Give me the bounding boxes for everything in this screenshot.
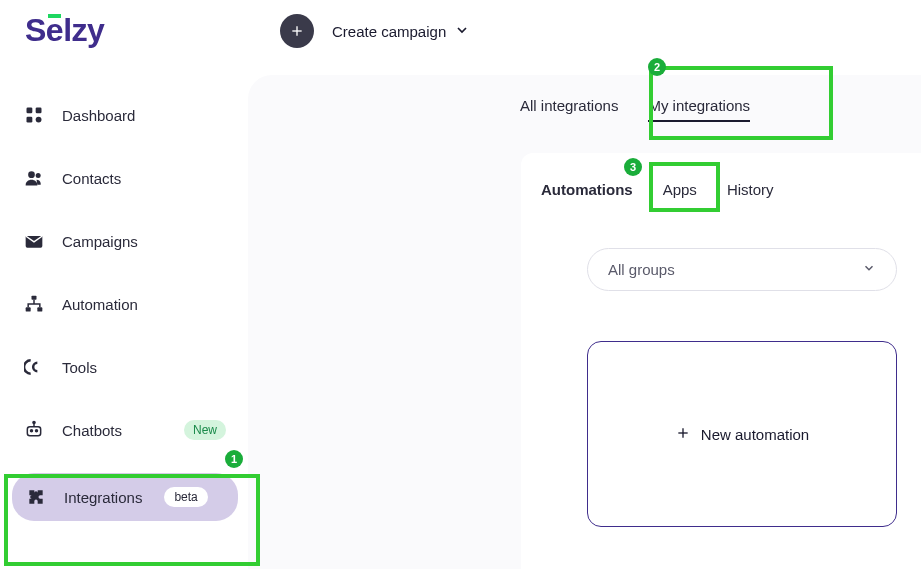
- create-campaign-label: Create campaign: [332, 23, 446, 40]
- create-button[interactable]: [280, 14, 314, 48]
- sidebar-item-campaigns[interactable]: Campaigns: [12, 221, 238, 261]
- campaigns-icon: [24, 231, 44, 251]
- top-tabs: All integrations My integrations: [520, 97, 750, 122]
- badge-beta: beta: [164, 487, 207, 507]
- svg-point-5: [36, 117, 42, 123]
- new-automation-card[interactable]: New automation: [587, 341, 897, 527]
- tab-my-integrations[interactable]: My integrations: [648, 97, 750, 122]
- svg-point-12: [31, 430, 33, 432]
- sidebar: Dashboard Contacts Campaigns Automation …: [0, 95, 250, 539]
- svg-rect-2: [27, 108, 33, 114]
- contacts-icon: [24, 168, 44, 188]
- svg-rect-10: [37, 307, 42, 311]
- svg-rect-11: [27, 427, 40, 436]
- subtab-apps[interactable]: Apps: [661, 177, 699, 202]
- svg-point-13: [36, 430, 38, 432]
- sub-tabs: Automations Apps History: [539, 177, 921, 202]
- plus-icon: [675, 425, 691, 444]
- tools-icon: [24, 357, 44, 377]
- sidebar-item-dashboard[interactable]: Dashboard: [12, 95, 238, 135]
- annotation-badge-1: 1: [225, 450, 243, 468]
- svg-rect-4: [27, 117, 33, 123]
- sidebar-item-label: Dashboard: [62, 107, 135, 124]
- subtab-history[interactable]: History: [725, 177, 776, 202]
- groups-dropdown[interactable]: All groups: [587, 248, 897, 291]
- svg-rect-9: [26, 307, 31, 311]
- main-panel: All integrations My integrations Automat…: [248, 75, 921, 569]
- badge-new: New: [184, 420, 226, 440]
- content-card: Automations Apps History All groups New …: [521, 153, 921, 569]
- sidebar-item-automation[interactable]: Automation: [12, 284, 238, 324]
- sidebar-item-integrations[interactable]: Integrations beta: [12, 473, 238, 521]
- svg-rect-3: [36, 108, 42, 114]
- new-automation-label: New automation: [701, 426, 809, 443]
- sidebar-item-contacts[interactable]: Contacts: [12, 158, 238, 198]
- sidebar-item-chatbots[interactable]: Chatbots New: [12, 410, 238, 450]
- sidebar-item-label: Chatbots: [62, 422, 122, 439]
- sidebar-item-label: Tools: [62, 359, 97, 376]
- subtab-automations[interactable]: Automations: [539, 177, 635, 202]
- annotation-badge-2: 2: [648, 58, 666, 76]
- dashboard-icon: [24, 105, 44, 125]
- sidebar-item-label: Campaigns: [62, 233, 138, 250]
- create-campaign-dropdown[interactable]: Create campaign: [332, 22, 470, 41]
- sidebar-item-label: Automation: [62, 296, 138, 313]
- logo[interactable]: Selzy: [25, 12, 104, 49]
- chatbots-icon: [24, 420, 44, 440]
- svg-point-6: [28, 171, 35, 178]
- sidebar-item-tools[interactable]: Tools: [12, 347, 238, 387]
- sidebar-item-label: Integrations: [64, 489, 142, 506]
- svg-point-15: [33, 421, 35, 423]
- chevron-down-icon: [862, 261, 876, 278]
- svg-point-7: [36, 173, 41, 178]
- chevron-down-icon: [454, 22, 470, 41]
- sidebar-item-label: Contacts: [62, 170, 121, 187]
- annotation-badge-3: 3: [624, 158, 642, 176]
- groups-label: All groups: [608, 261, 675, 278]
- svg-rect-8: [32, 296, 37, 300]
- tab-all-integrations[interactable]: All integrations: [520, 97, 618, 122]
- integrations-icon: [26, 487, 46, 507]
- automation-icon: [24, 294, 44, 314]
